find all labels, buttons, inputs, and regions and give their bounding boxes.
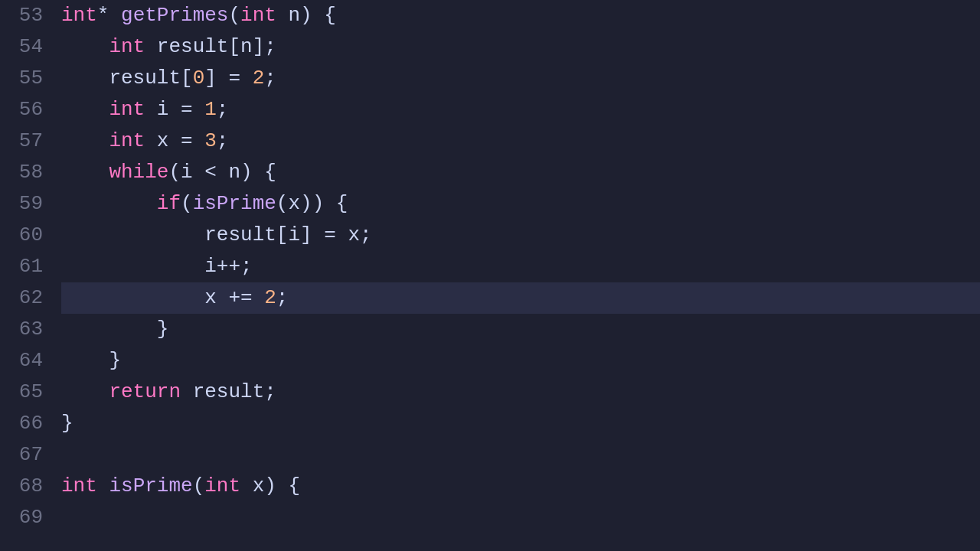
- code-line: }: [61, 314, 980, 345]
- code-editor: 5354555657585960616263646566676869 int* …: [0, 0, 980, 551]
- code-line: int i = 1;: [61, 94, 980, 126]
- line-number: 56: [0, 94, 43, 126]
- code-line: [61, 502, 980, 533]
- code-line: result[0] = 2;: [61, 63, 980, 94]
- line-number: 57: [0, 126, 43, 157]
- code-line: int* getPrimes(int n) {: [61, 0, 980, 31]
- line-number: 61: [0, 251, 43, 282]
- code-line: while(i < n) {: [61, 157, 980, 188]
- line-number: 67: [0, 439, 43, 471]
- code-line: i++;: [61, 251, 980, 282]
- line-number: 60: [0, 220, 43, 251]
- line-number: 58: [0, 157, 43, 188]
- line-number: 55: [0, 63, 43, 94]
- code-line: }: [61, 408, 980, 439]
- line-number: 69: [0, 502, 43, 533]
- line-number: 66: [0, 408, 43, 439]
- code-content[interactable]: int* getPrimes(int n) { int result[n]; r…: [55, 0, 980, 551]
- code-line: result[i] = x;: [61, 220, 980, 251]
- line-number: 63: [0, 314, 43, 345]
- line-numbers: 5354555657585960616263646566676869: [0, 0, 55, 551]
- line-number: 68: [0, 471, 43, 502]
- code-line: x += 2;: [61, 282, 980, 314]
- line-number: 64: [0, 345, 43, 377]
- code-line: int x = 3;: [61, 126, 980, 157]
- line-number: 53: [0, 0, 43, 31]
- code-line: if(isPrime(x)) {: [61, 188, 980, 220]
- line-number: 62: [0, 282, 43, 314]
- code-line: int isPrime(int x) {: [61, 471, 980, 502]
- code-line: }: [61, 345, 980, 377]
- line-number: 59: [0, 188, 43, 220]
- code-line: return result;: [61, 377, 980, 408]
- line-number: 54: [0, 31, 43, 63]
- code-line: int result[n];: [61, 31, 980, 63]
- code-line: [61, 439, 980, 471]
- line-number: 65: [0, 377, 43, 408]
